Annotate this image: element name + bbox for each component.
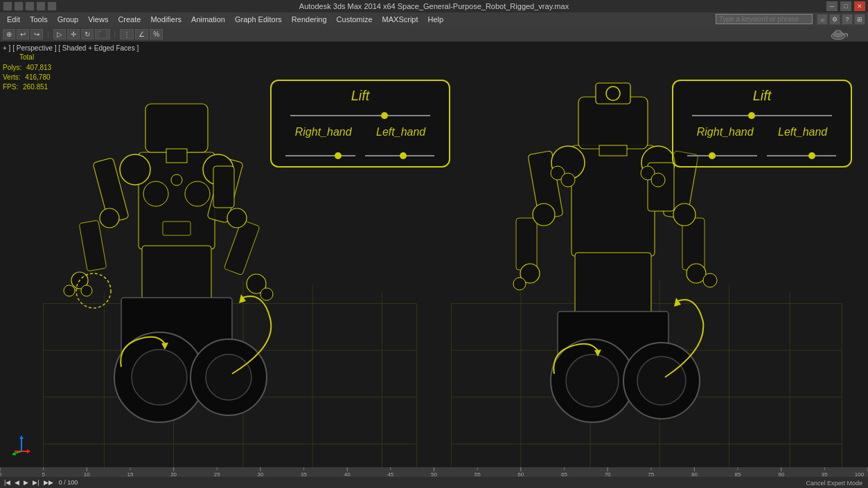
- svg-point-84: [637, 356, 686, 405]
- quick-access-3[interactable]: [36, 1, 46, 11]
- svg-point-38: [260, 288, 273, 300]
- menu-customize[interactable]: Customize: [333, 14, 377, 25]
- svg-text:25: 25: [214, 471, 220, 477]
- svg-rect-61: [599, 145, 627, 156]
- toolbar-angle[interactable]: ∠: [135, 29, 148, 39]
- svg-point-78: [651, 173, 665, 187]
- svg-text:40: 40: [344, 471, 351, 477]
- svg-text:95: 95: [822, 471, 828, 477]
- menu-maxscript[interactable]: MAXScript: [378, 14, 423, 25]
- menu-group[interactable]: Group: [53, 14, 83, 25]
- svg-text:75: 75: [648, 471, 654, 477]
- quick-access-2[interactable]: [25, 1, 35, 11]
- play-button[interactable]: ▶: [22, 479, 30, 486]
- svg-point-41: [100, 208, 119, 228]
- search-input[interactable]: [716, 14, 813, 24]
- next-frame-button[interactable]: ▶|: [31, 479, 40, 486]
- toolbar-snap[interactable]: ⋮: [120, 29, 134, 39]
- playback-bar: |◀ ◀ ▶ ▶| ▶▶ 0 / 100 Cancel Expert Mode: [0, 477, 868, 488]
- timeline-ticks[interactable]: 0 5 10 15 20 25 30 35 40 45 50 55 60: [0, 467, 868, 477]
- robot-left-svg: [55, 55, 298, 467]
- menu-rendering[interactable]: Rendering: [287, 14, 331, 25]
- menu-modifiers[interactable]: Modifiers: [146, 14, 186, 25]
- menu-views[interactable]: Views: [84, 14, 112, 25]
- menu-tools[interactable]: Tools: [26, 14, 52, 25]
- close-button[interactable]: ✕: [854, 1, 865, 11]
- svg-point-50: [206, 354, 251, 400]
- svg-rect-45: [142, 246, 211, 301]
- svg-point-34: [81, 285, 92, 296]
- toolbar-separator-2: |: [112, 30, 119, 39]
- axis-indicator: [10, 432, 34, 459]
- settings-icon-btn[interactable]: ⚙: [829, 14, 840, 25]
- lift-slider-track[interactable]: [290, 115, 430, 116]
- menu-help[interactable]: Help: [424, 14, 448, 25]
- svg-text:20: 20: [170, 471, 177, 477]
- right-hand-slider-track[interactable]: [285, 155, 355, 156]
- left-hand-slider-track-right[interactable]: [767, 155, 837, 156]
- toolbar-btn-1[interactable]: ⊕: [3, 29, 15, 39]
- svg-point-42: [227, 208, 247, 228]
- svg-text:100: 100: [855, 471, 865, 477]
- help-icon-btn[interactable]: ?: [842, 14, 853, 25]
- toolbar-rotate[interactable]: ↻: [81, 29, 94, 39]
- control-right-title: Lift: [684, 88, 840, 104]
- left-hand-label-right: Left_hand: [778, 126, 827, 138]
- left-hand-slider-thumb[interactable]: [400, 152, 407, 159]
- lift-slider-thumb-right[interactable]: [748, 112, 755, 119]
- svg-point-76: [561, 173, 575, 187]
- lift-slider-row: [283, 115, 438, 116]
- maximize-button[interactable]: □: [840, 1, 851, 11]
- right-hand-slider-thumb-right[interactable]: [709, 152, 716, 159]
- app-icon-btn[interactable]: [3, 1, 12, 11]
- svg-marker-86: [674, 298, 681, 307]
- left-hand-slider-track[interactable]: [365, 155, 435, 156]
- goto-start-button[interactable]: |◀: [3, 479, 12, 486]
- toolbar-btn-2[interactable]: ↩: [17, 29, 29, 39]
- expert-mode-label[interactable]: Cancel Expert Mode: [806, 480, 862, 487]
- menu-create[interactable]: Create: [114, 14, 145, 25]
- svg-marker-88: [19, 435, 24, 439]
- control-panel-right: Lift Right_hand Left_hand: [672, 80, 852, 168]
- quick-access-1[interactable]: [14, 1, 24, 11]
- toolbar-scale[interactable]: ⬛: [95, 29, 110, 39]
- lift-slider-track-right[interactable]: [692, 115, 832, 116]
- control-panel-left: Lift Right_hand Left_hand: [270, 80, 450, 168]
- svg-point-55: [171, 174, 182, 186]
- menu-edit[interactable]: Edit: [3, 14, 24, 25]
- menu-animation[interactable]: Animation: [187, 14, 229, 25]
- right-hand-label-right: Right_hand: [697, 126, 754, 138]
- left-hand-slider-thumb-right[interactable]: [808, 152, 815, 159]
- fps-value: 260.851: [23, 83, 48, 91]
- search-icon-btn[interactable]: ⌕: [817, 14, 828, 25]
- toolbar-move[interactable]: ✛: [67, 29, 80, 39]
- minimize-button[interactable]: ─: [826, 1, 838, 11]
- svg-text:30: 30: [257, 471, 263, 477]
- main-viewport[interactable]: + ] [ Perspective ] [ Shaded + Edged Fac…: [0, 42, 868, 467]
- toolbar-percent[interactable]: %: [150, 29, 163, 39]
- svg-rect-31: [79, 220, 107, 271]
- lift-slider-thumb[interactable]: [381, 112, 388, 119]
- menu-graph-editors[interactable]: Graph Editors: [231, 14, 286, 25]
- svg-text:15: 15: [127, 471, 133, 477]
- toolbar-btn-3[interactable]: ↪: [30, 29, 43, 39]
- teapot-icon: [828, 28, 854, 40]
- title-bar: Autodesk 3ds Max 2014 x64 Space_General-…: [0, 0, 868, 12]
- toolbar-select[interactable]: ▷: [53, 29, 66, 39]
- titlebar-left: [3, 1, 57, 11]
- quick-access-4[interactable]: [47, 1, 57, 11]
- toolbar-separator-1: |: [44, 30, 52, 39]
- prev-frame-button[interactable]: ◀: [13, 479, 21, 486]
- goto-end-button[interactable]: ▶▶: [42, 479, 55, 486]
- svg-point-43: [143, 181, 168, 206]
- expand-icon-btn[interactable]: ⊞: [854, 14, 865, 25]
- hand-labels-row-right: Right_hand Left_hand: [684, 126, 840, 138]
- svg-text:90: 90: [778, 471, 784, 477]
- svg-text:85: 85: [735, 471, 741, 477]
- verts-label: Verts:: [3, 73, 21, 81]
- svg-point-71: [513, 278, 526, 290]
- right-hand-slider-track-right[interactable]: [687, 155, 757, 156]
- hand-labels-row: Right_hand Left_hand: [283, 126, 438, 138]
- svg-rect-79: [575, 253, 651, 315]
- right-hand-slider-thumb[interactable]: [335, 152, 342, 159]
